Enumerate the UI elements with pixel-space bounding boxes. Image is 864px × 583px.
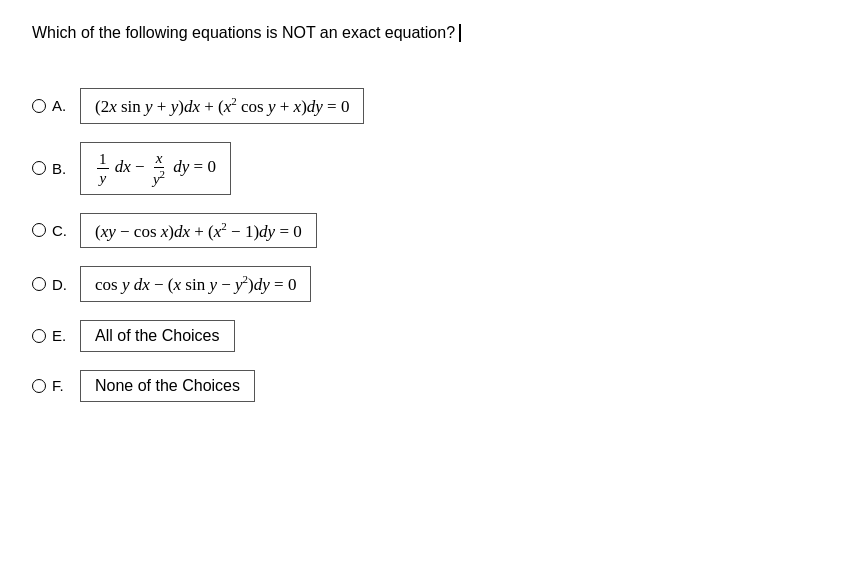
question-text: Which of the following equations is NOT … [32, 24, 461, 42]
label-d: D. [52, 276, 74, 293]
label-e: E. [52, 327, 74, 344]
radio-a[interactable] [32, 99, 46, 113]
option-e-text: All of the Choices [95, 327, 220, 344]
option-box-c: (xy − cos x)dx + (x2 − 1)dy = 0 [80, 213, 317, 249]
option-row-e[interactable]: E. All of the Choices [32, 320, 832, 352]
label-a: A. [52, 97, 74, 114]
label-f: F. [52, 377, 74, 394]
option-box-b: 1 y dx − x y2 dy = 0 [80, 142, 231, 195]
radio-d[interactable] [32, 277, 46, 291]
option-box-f: None of the Choices [80, 370, 255, 402]
radio-f[interactable] [32, 379, 46, 393]
options-container: A. (2x sin y + y)dx + (x2 cos y + x)dy =… [32, 88, 832, 420]
option-row-f[interactable]: F. None of the Choices [32, 370, 832, 402]
option-row-d[interactable]: D. cos y dx − (x sin y − y2)dy = 0 [32, 266, 832, 302]
option-box-e: All of the Choices [80, 320, 235, 352]
option-row-a[interactable]: A. (2x sin y + y)dx + (x2 cos y + x)dy =… [32, 88, 832, 124]
option-box-d: cos y dx − (x sin y − y2)dy = 0 [80, 266, 311, 302]
radio-c[interactable] [32, 223, 46, 237]
option-row-c[interactable]: C. (xy − cos x)dx + (x2 − 1)dy = 0 [32, 213, 832, 249]
option-box-a: (2x sin y + y)dx + (x2 cos y + x)dy = 0 [80, 88, 364, 124]
radio-e[interactable] [32, 329, 46, 343]
option-f-text: None of the Choices [95, 377, 240, 394]
option-row-b[interactable]: B. 1 y dx − x y2 dy = 0 [32, 142, 832, 195]
radio-b[interactable] [32, 161, 46, 175]
label-b: B. [52, 160, 74, 177]
label-c: C. [52, 222, 74, 239]
